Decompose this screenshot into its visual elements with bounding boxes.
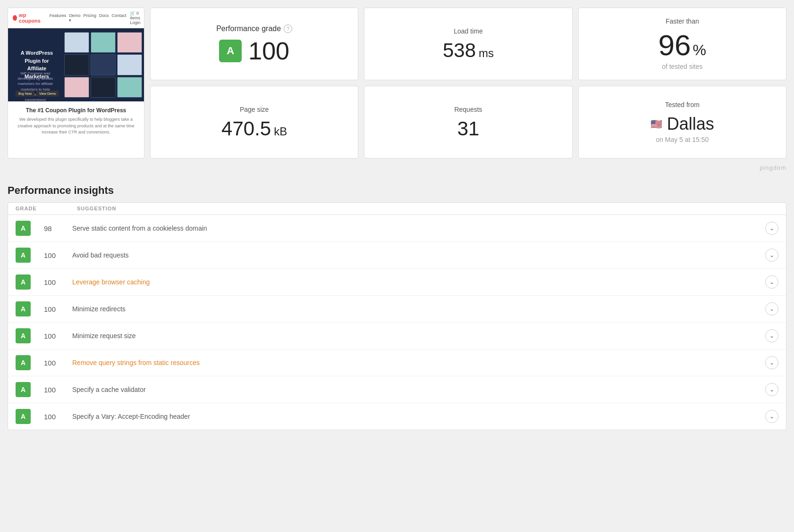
expand-button[interactable]: ⌄ [765,356,778,369]
row-suggestion: Specify a Vary: Accept-Encoding header [72,413,760,420]
insights-row: A 100 Minimize redirects ⌄ [8,296,786,323]
row-suggestion: Remove query strings from static resourc… [72,359,760,366]
expand-button[interactable]: ⌄ [765,222,778,235]
row-suggestion: Leverage browser caching [72,278,760,286]
screenshots [64,32,142,98]
flag-icon: 🇺🇸 [650,118,662,130]
row-grade-badge: A [16,409,31,424]
col-suggestion-header: SUGGESTION [77,206,760,211]
row-score: 98 [44,224,72,233]
help-icon[interactable]: ? [284,25,292,33]
row-suggestion: Avoid bad requests [72,251,760,259]
nav-links: Features Demo ▾ Pricing Docs Contact [50,13,127,23]
row-score: 100 [44,332,72,340]
row-score: 100 [44,359,72,367]
row-score: 100 [44,251,72,259]
row-grade-badge: A [16,248,31,263]
row-suggestion: Serve static content from a cookieless d… [72,224,760,232]
faster-than-card: Faster than 96 % of tested sites [578,8,786,80]
faster-label: Faster than [666,17,699,25]
row-grade-badge: A [16,382,31,397]
site-logo: wp coupons [13,12,42,24]
load-time-label: Load time [454,27,482,35]
performance-label: Performance grade ? [216,25,292,33]
insights-rows: A 98 Serve static content from a cookiel… [8,215,786,430]
site-desc: We developed this plugin specifically to… [16,116,136,136]
tested-city-row: 🇺🇸 Dallas [650,114,714,134]
row-grade-badge: A [16,355,31,370]
hero-sub: WP Coupons was developed by affiliate ma… [16,71,55,101]
thumb-3 [117,32,142,53]
insights-row: A 100 Avoid bad requests ⌄ [8,242,786,269]
insights-row: A 100 Remove query strings from static r… [8,349,786,376]
insights-row: A 100 Specify a Vary: Accept-Encoding he… [8,403,786,430]
load-time-card: Load time 538 ms [364,8,572,80]
page-size-card: Page size 470.5 kB [150,86,358,158]
top-section: wp coupons Features Demo ▾ Pricing Docs … [0,0,794,162]
expand-button[interactable]: ⌄ [765,249,778,262]
stats-grid: Performance grade ? A 100 Load time 538 … [150,8,786,158]
thumb-7 [64,77,89,98]
screenshot-row-3 [64,77,142,98]
row-suggestion: Minimize request size [72,332,760,340]
load-time-unit: ms [479,47,494,60]
insights-title: Performance insights [0,175,794,202]
insights-row: A 98 Serve static content from a cookiel… [8,215,786,242]
page-size-unit: kB [274,125,287,138]
thumb-5 [91,54,116,75]
logo-text: wp coupons [19,12,42,24]
row-suggestion: Specify a cache validator [72,386,760,393]
faster-sub: of tested sites [662,63,702,70]
row-grade-badge: A [16,274,31,290]
expand-button[interactable]: ⌄ [765,383,778,396]
thumb-1 [64,32,89,53]
tested-label: Tested from [665,101,700,108]
requests-value: 31 [457,119,480,139]
insights-row: A 100 Specify a cache validator ⌄ [8,376,786,403]
faster-value-row: 96 % [659,31,706,60]
page-size-label: Page size [240,106,269,113]
grade-score: 100 [248,39,289,63]
preview-image: A WordPress Plugin for Affiliate Markete… [8,28,144,101]
row-grade-badge: A [16,221,31,236]
thumb-4 [64,54,89,75]
load-time-value-row: 538 ms [443,41,494,60]
load-time-value: 538 [443,41,476,60]
col-grade-header: GRADE [16,206,77,211]
page-size-value: 470.5 [221,119,271,139]
faster-percent: 96 [659,31,691,60]
thumb-9 [117,77,142,98]
row-score: 100 [44,413,72,421]
tested-from-card: Tested from 🇺🇸 Dallas on May 5 at 15:50 [578,86,786,158]
pingdom-watermark: pingdom [0,162,794,175]
insights-table: GRADE SUGGESTION A 98 Serve static conte… [8,202,786,430]
expand-button[interactable]: ⌄ [765,275,778,289]
expand-button[interactable]: ⌄ [765,302,778,316]
row-suggestion: Minimize redirects [72,305,760,313]
row-score: 100 [44,386,72,394]
tested-city: Dallas [667,114,714,134]
insights-wrapper: Performance insights GRADE SUGGESTION A … [0,175,794,445]
site-nav: wp coupons Features Demo ▾ Pricing Docs … [8,8,144,28]
tested-date: on May 5 at 15:50 [656,136,709,143]
nav-cart: 🛒 0 items Login [130,11,140,25]
requests-label: Requests [454,106,482,113]
insights-row: A 100 Minimize request size ⌄ [8,323,786,349]
expand-button[interactable]: ⌄ [765,329,778,342]
insights-header: GRADE SUGGESTION [8,203,786,215]
preview-bottom: The #1 Coupon Plugin for WordPress We de… [8,101,144,143]
thumb-2 [91,32,116,53]
row-score: 100 [44,278,72,286]
expand-button[interactable]: ⌄ [765,410,778,423]
page-size-value-row: 470.5 kB [221,119,287,139]
requests-card: Requests 31 [364,86,572,158]
row-grade-badge: A [16,328,31,343]
screenshot-row-1 [64,32,142,53]
row-grade-badge: A [16,301,31,316]
hero-btns: Buy Now View Demo [16,91,59,97]
preview-card: wp coupons Features Demo ▾ Pricing Docs … [8,8,144,158]
buy-btn: Buy Now [16,91,34,97]
logo-icon [13,15,17,21]
demo-btn: View Demo [36,91,59,97]
insights-row: A 100 Leverage browser caching ⌄ [8,269,786,296]
